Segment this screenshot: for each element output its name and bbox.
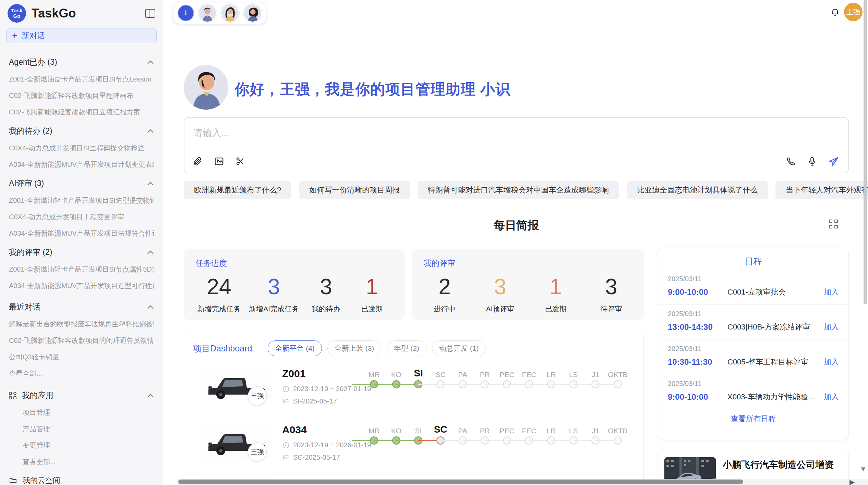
recent-chat-item[interactable]: 解释最新出台的欧盟报废车法规再生塑料比例被调至15%... [9,320,154,329]
section-header[interactable]: 最近对话 [9,302,154,312]
milestone-track: MR KO [363,422,629,447]
sidebar-item-cloud-space[interactable]: 我的云空间 [9,475,154,485]
app-item[interactable]: 产品管理 [9,424,154,434]
milestone-node[interactable] [614,380,622,388]
dashboard-filter-tab[interactable]: 全新上装 (3) [327,340,382,356]
recent-chat-item[interactable]: C02-飞腾新能源轻客改款项目的闭环通告反馈情况 [9,336,154,345]
sidebar-task-item[interactable]: Z001-全新燃油皮卡产品开发项目SI节点Lesson Learn报告 [9,75,154,84]
microphone-icon[interactable] [807,156,818,167]
section-header[interactable]: 我的待办 (2) [9,126,154,136]
join-meeting-link[interactable]: 加入 [824,392,839,402]
join-meeting-link[interactable]: 加入 [824,357,839,367]
milestone-label: LS [562,366,584,379]
milestone: SI [407,422,430,447]
app-item[interactable]: 项目管理 [9,408,154,417]
dashboard-filter-tab[interactable]: 动总开发 (1) [432,340,486,356]
team-avatar-2[interactable] [221,4,239,22]
project-owner-badge: 王强 [248,386,267,405]
sidebar-task-item[interactable]: C02-飞腾新能源轻客改款项目里程碑画布 [9,91,154,100]
attachment-icon[interactable] [193,156,204,167]
scroll-down-arrow[interactable]: ▼ [860,465,867,473]
milestone: PR [474,366,496,391]
view-all-schedule-link[interactable]: 查看所有日程 [658,409,848,429]
project-dashboard-card: 项目Dashboard 全新平台 (4)全新上装 (3)年型 (2)动总开发 (… [184,332,644,485]
current-user-avatar[interactable]: 王强 [844,3,863,21]
new-chat-button[interactable]: + 新对话 [6,28,157,43]
divider [0,298,163,298]
stat-item: 1 已逾期 [537,275,575,314]
dashboard-tabs: 全新平台 (4)全新上装 (3)年型 (2)动总开发 (1) [268,340,486,356]
stat-value: 3 [481,275,519,299]
section-header[interactable]: 我的评审 (2) [9,247,154,258]
team-avatar-1[interactable] [198,4,217,22]
stat-label: 待评审 [592,304,630,314]
team-avatar-3[interactable] [243,4,262,22]
sidebar-task-item[interactable]: Z001-全新燃油轻卡产品开发项目SI造型提交物评审 [9,196,154,205]
recent-chat-item[interactable]: 公司Q3轻卡销量 [9,352,154,362]
sidebar-task-item[interactable]: C0X4-动力总成开发项目工程变更评审 [9,212,154,222]
layout-grid-icon[interactable] [829,220,838,228]
scissors-icon[interactable] [235,156,246,167]
join-meeting-link[interactable]: 加入 [824,287,839,297]
join-meeting-link[interactable]: 加入 [824,322,839,332]
milestone-rail [474,379,496,391]
milestone-rail [363,379,385,391]
apps-grid-icon [9,392,16,399]
milestone: LR [540,422,563,447]
chat-input[interactable] [184,118,848,149]
my-review-card: 我的评审 2 进行中 3 AI预评审 1 已逾期 3 [412,249,644,320]
project-date-range: 2023-12-19 ~ 2027-01-19 [282,385,371,393]
dashboard-filter-tab[interactable]: 年型 (2) [387,340,426,356]
project-date-range: 2023-12-19 ~ 2026-01-19 [282,441,371,449]
task-progress-card: 任务进度 24 新增完成任务 3 新增AI完成任务 3 我的待办 [184,249,405,320]
horizontal-scrollbar-thumb[interactable] [178,480,743,484]
sidebar-task-item[interactable]: A034-全新新能源MUV产品开发项目法规符合性评审 [9,229,154,238]
milestone-rail [474,435,496,447]
sidebar-task-item[interactable]: A034-全新新能源MUV产品开发项目计划变更表编写 [9,160,154,169]
schedule-card: 日程 2025/03/11 9:00-10:00 C001-立项审批会 加入 2… [658,248,849,440]
add-session-button[interactable]: + [178,5,194,21]
section-header[interactable]: Agent已办 (3) [9,57,154,67]
scroll-right-arrow[interactable]: ▶ [849,478,855,485]
sidebar-header: Task Go TaskGo [0,0,163,25]
sidebar-task-item[interactable]: Z001-全新燃油轻卡产品开发项目SI节点属性5D文件评审 [9,265,154,274]
sidebar-collapse-icon[interactable] [145,9,155,18]
image-icon[interactable] [214,156,225,167]
milestone-rail [540,435,563,447]
milestone-rail [496,435,518,447]
logo-line1: Task [11,8,22,13]
sidebar-task-item[interactable]: C02-飞腾新能源轻客改款项目立项汇报方案 [9,108,154,117]
dashboard-filter-tab[interactable]: 全新平台 (4) [268,340,322,356]
dashboard-header: 项目Dashboard 全新平台 (4)全新上装 (3)年型 (2)动总开发 (… [184,332,643,360]
section-items: 解释最新出台的欧盟报废车法规再生塑料比例被调至15%...C02-飞腾新能源轻客… [9,320,154,378]
vertical-scrollbar-thumb[interactable] [864,0,867,304]
project-row-a034[interactable]: 王强 A034 2023-12-19 ~ 2026-01-19 SC-2025-… [192,421,635,476]
stat-label: 进行中 [426,304,463,314]
send-icon[interactable] [828,156,839,167]
app-item[interactable]: 查看全部... [9,457,154,467]
suggestion-chip[interactable]: 当下年轻人对汽车外观有怎样的喜好趋势 [775,181,868,199]
milestone-label: KO [385,422,408,435]
my-apps-header[interactable]: 我的应用 [9,390,154,401]
project-row-z001[interactable]: 王强 Z001 2023-12-19 ~ 2027-01-19 SI-2025-… [192,365,635,420]
milestone-node[interactable] [614,436,622,445]
composer-left-tools [193,156,246,167]
stat-item: 3 我的待办 [307,275,345,314]
notification-bell-icon[interactable] [830,7,840,17]
suggestion-chip[interactable]: 如何写一份清晰的项目周报 [299,181,410,199]
suggestion-chip[interactable]: 比亚迪全固态电池计划具体说了什么 [627,181,768,199]
phone-icon[interactable] [786,156,797,167]
milestone-rail [584,435,607,447]
milestone: PEC [496,422,518,447]
section-header[interactable]: AI评审 (3) [9,178,154,189]
chevron-up-icon [147,182,154,186]
sidebar-task-item[interactable]: A034-全新新能源MUV产品开发项目造型可行性评审 [9,281,154,290]
suggestion-chip[interactable]: 欧洲新规最近颁布了什么? [184,181,291,199]
schedule-time: 10:30-11:30 [668,357,719,367]
app-item[interactable]: 变更管理 [9,441,154,450]
recent-chat-item[interactable]: 查看全部... [9,369,154,378]
session-switcher: + [173,2,266,24]
sidebar-task-item[interactable]: C0X4-动力总成开发项目SI里程碑提交物检查 [9,144,154,153]
section-agent-done: Agent已办 (3) Z001-全新燃油皮卡产品开发项目SI节点Lesson … [9,57,154,117]
suggestion-chip[interactable]: 特朗普可能对进口汽车增税会对中国车企造成哪些影响 [418,181,619,199]
